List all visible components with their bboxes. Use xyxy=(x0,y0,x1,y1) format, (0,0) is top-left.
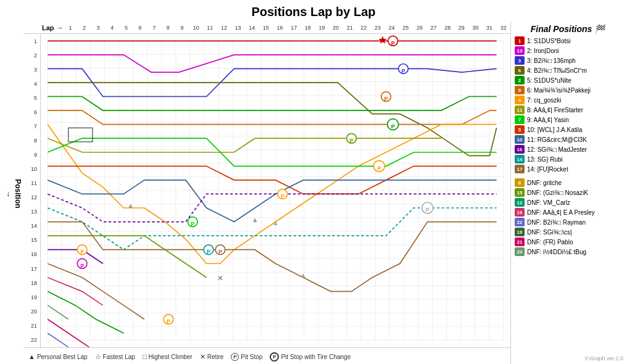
highest-climber-box xyxy=(69,128,93,142)
lap-num-12: 12 xyxy=(217,25,231,31)
y-label-text: Position xyxy=(14,179,22,208)
pitstop-1-lap24-label: P xyxy=(391,40,395,46)
legend-item-17: 1714: [FU]Rocket xyxy=(515,165,621,173)
y-pos-15: 15 xyxy=(23,234,39,246)
lap-num-24: 24 xyxy=(384,25,399,31)
lap-num-27: 27 xyxy=(426,25,441,31)
lap-num-15: 15 xyxy=(259,25,273,31)
legend-item-6: 64: B2i¾□ Tl‰lSnCl°m xyxy=(515,66,621,75)
legend-dnf-badge-22: 22 xyxy=(515,218,525,226)
lap-num-2: 2 xyxy=(77,25,91,31)
personal-best-label: Personal Best Lap xyxy=(37,354,88,360)
legend-text-14: 13: SG} Rubi xyxy=(527,156,563,163)
legend-badge-7: 7 xyxy=(515,115,525,124)
legend-text-7: 9: AAâ„¢| Yasin xyxy=(527,117,569,123)
pitstop-15a-label: P xyxy=(167,318,170,325)
legend-item-4: 47: cq_goszki xyxy=(515,96,621,104)
lap-num-16: 16 xyxy=(273,25,287,31)
legend-text-4: 7: cq_goszki xyxy=(527,97,562,104)
y-pos-17: 17 xyxy=(23,263,39,275)
legend-item-11: 118: AAâ„¢| FireStarter xyxy=(515,105,621,114)
retire-marker-1: ✕ xyxy=(217,274,223,283)
legend-dnf-text-18: DNF: AAâ„¢| E A Presley xyxy=(527,209,595,216)
legend-item-16: 1612: SGi¾□ MadJester xyxy=(515,145,621,154)
lap-num-11: 11 xyxy=(203,25,217,31)
best-marker-3: ▲ xyxy=(300,271,307,279)
legend-text-2: 5: S1DUS*uNite xyxy=(527,77,571,84)
legend-finishers: 11: S1DUS*Botsi132: Iron|Doni33: B2i¾□ 1… xyxy=(515,36,621,175)
line-4 xyxy=(48,83,496,155)
y-pos-9: 9 xyxy=(23,149,39,161)
legend-dnf-12: 12DNF: VM_Carlz xyxy=(515,198,621,207)
legend-title: Final Positions 🏁 xyxy=(515,24,621,34)
pitstop-17a-label: P xyxy=(80,263,84,269)
lap-numbers: 1234567891011121314151617181920212223242… xyxy=(64,25,510,31)
legend-badge-14: 14 xyxy=(515,155,525,163)
lap-num-20: 20 xyxy=(329,25,343,31)
y-pos-16: 16 xyxy=(23,248,39,260)
legend-text-16: 12: SGi¾□ MadJester xyxy=(527,146,587,153)
footer-fastest-lap: ☆ Fastest Lap xyxy=(95,353,135,361)
line-2 xyxy=(48,55,496,72)
legend-dnf-text-19: DNF: SGi¾□\cs| xyxy=(527,229,572,236)
y-pos-4: 4 xyxy=(23,78,39,90)
line-5 xyxy=(48,97,496,111)
line-20 xyxy=(48,305,69,320)
lap-num-32: 32 xyxy=(496,25,510,31)
retire-icon: ✕ xyxy=(200,353,206,361)
line-18 xyxy=(48,278,103,305)
lap-label: Lap xyxy=(42,24,54,31)
legend-dnf-15: 15DNF: (Gzi¾□ NosaziK xyxy=(515,188,621,197)
y-pos-20: 20 xyxy=(23,305,39,318)
legend-text-13: 2: Iron|Doni xyxy=(527,48,559,54)
legend-badge-16: 16 xyxy=(515,145,525,154)
legend-badge-1: 1 xyxy=(515,36,525,45)
legend-dnf-22: 22DNF: B2i¾□ Rayman xyxy=(515,218,621,226)
lap-num-25: 25 xyxy=(399,25,413,31)
legend-badge-10: 10 xyxy=(515,135,525,144)
footer-pit-stop: P Pit Stop xyxy=(231,353,262,361)
legend-dnf-badge-20: 20 xyxy=(515,247,525,256)
legend-dnf-badge-12: 12 xyxy=(515,198,525,207)
footer-personal-best: ▲ Personal Best Lap xyxy=(28,353,88,360)
legend-badge-11: 11 xyxy=(515,105,525,114)
tire-change-13-label: P xyxy=(426,207,430,213)
legend-item-1: 11: S1DUS*Botsi xyxy=(515,36,621,45)
legend-dnf-18: 18DNF: AAâ„¢| E A Presley xyxy=(515,208,621,217)
legend-item-13: 132: Iron|Doni xyxy=(515,46,621,55)
line-6 xyxy=(48,110,496,125)
lap-num-9: 9 xyxy=(175,25,189,31)
legend-item-5: 510: [WCL] J.A.Katila xyxy=(515,125,621,134)
line-8 xyxy=(48,138,441,152)
legend-dnf: 8DNF: gritche15DNF: (Gzi¾□ NosaziK12DNF:… xyxy=(515,178,621,257)
line-17 xyxy=(48,263,144,319)
legend-item-7: 79: AAâ„¢| Yasin xyxy=(515,115,621,124)
tire-change-8-label: P xyxy=(377,165,381,172)
line-13 xyxy=(48,208,496,250)
legend-dnf-text-21: DNF: (FR) Pablo xyxy=(527,239,573,246)
tire-change-6-label: P xyxy=(391,123,395,130)
pitstop-14a-label: P xyxy=(218,249,222,255)
y-pos-18: 18 xyxy=(23,277,39,289)
legend-dnf-text-22: DNF: B2i¾□ Rayman xyxy=(527,219,586,226)
line-14 xyxy=(48,222,496,292)
fastest-lap-marker: ★ xyxy=(378,34,388,46)
pit-stop-tire-icon: P xyxy=(270,352,279,362)
lap-num-3: 3 xyxy=(91,25,106,31)
legend-dnf-19: 19DNF: SGi¾□\cs| xyxy=(515,228,621,236)
chart-body: 12345678910111213141516171819202122 xyxy=(23,34,510,347)
y-pos-21: 21 xyxy=(23,320,39,332)
pit-stop-icon: P xyxy=(231,353,239,361)
legend-text-1: 1: S1DUS*Botsi xyxy=(527,38,571,44)
legend-dnf-8: 8DNF: gritche xyxy=(515,178,621,187)
pitstop-5-lap24-label: P xyxy=(384,96,388,102)
lap-num-5: 5 xyxy=(119,25,133,31)
legend-item-3: 33: B2i¾□ 136mph xyxy=(515,56,621,65)
lap-num-7: 7 xyxy=(147,25,161,31)
legend-dnf-20: 20DNF: i½¢DDi½£ tBug xyxy=(515,247,621,256)
y-pos-11: 11 xyxy=(23,177,39,189)
y-pos-3: 3 xyxy=(23,64,39,76)
y-pos-22: 22 xyxy=(23,334,39,346)
chart-and-legend: Lap → 1234567891011121314151617181920212… xyxy=(23,22,625,364)
legend-dnf-21: 21DNF: (FR) Pablo xyxy=(515,238,621,246)
